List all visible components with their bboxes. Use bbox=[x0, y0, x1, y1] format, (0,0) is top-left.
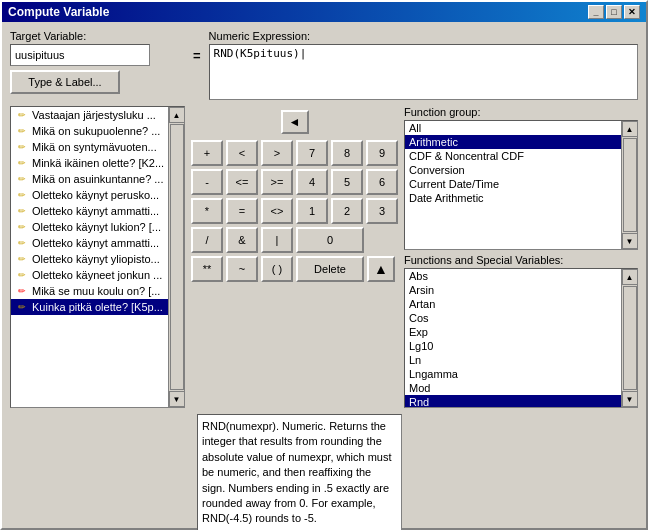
list-item[interactable]: ✏ Oletteko käynyt ammatti... bbox=[11, 203, 168, 219]
calc-1-button[interactable]: 1 bbox=[296, 198, 328, 224]
func-group-scrollbar[interactable]: ▲ ▼ bbox=[621, 121, 637, 249]
func-group-item-current-date[interactable]: Current Date/Time bbox=[405, 177, 621, 191]
variable-list-inner: ✏ Vastaajan järjestysluku ... ✏ Mikä on … bbox=[11, 107, 168, 407]
scroll-down-arrow[interactable]: ▼ bbox=[622, 391, 638, 407]
list-item[interactable]: ✏ Oletteko käynyt lukion? [... bbox=[11, 219, 168, 235]
calc-pipe-button[interactable]: | bbox=[261, 227, 293, 253]
pencil-icon: ✏ bbox=[15, 204, 29, 218]
func-item-mod[interactable]: Mod bbox=[405, 381, 621, 395]
func-group-item-cdf[interactable]: CDF & Noncentral CDF bbox=[405, 149, 621, 163]
list-item[interactable]: ✏ Mikä se muu koulu on? [... bbox=[11, 283, 168, 299]
func-item-abs[interactable]: Abs bbox=[405, 269, 621, 283]
func-item-cos[interactable]: Cos bbox=[405, 311, 621, 325]
pencil-icon: ✏ bbox=[15, 300, 29, 314]
scroll-thumb[interactable] bbox=[623, 286, 637, 390]
calc-parens-button[interactable]: ( ) bbox=[261, 256, 293, 282]
function-group-list-inner: All Arithmetic CDF & Noncentral CDF Conv… bbox=[405, 121, 621, 249]
calc-4-button[interactable]: 4 bbox=[296, 169, 328, 195]
func-group-item-all[interactable]: All bbox=[405, 121, 621, 135]
top-area: Target Variable: Type & Label... = Numer… bbox=[10, 30, 638, 100]
pencil-icon: ✏ bbox=[15, 108, 29, 122]
calc-lte-button[interactable]: <= bbox=[226, 169, 258, 195]
calc-multiply-button[interactable]: * bbox=[191, 198, 223, 224]
minimize-button[interactable]: _ bbox=[588, 5, 604, 19]
func-item-ln[interactable]: Ln bbox=[405, 353, 621, 367]
scroll-thumb[interactable] bbox=[623, 138, 637, 232]
calc-lt-button[interactable]: < bbox=[226, 140, 258, 166]
calc-power-button[interactable]: ** bbox=[191, 256, 223, 282]
func-group-item-conversion[interactable]: Conversion bbox=[405, 163, 621, 177]
scroll-up-arrow[interactable]: ▲ bbox=[169, 107, 185, 123]
calc-neq-button[interactable]: <> bbox=[261, 198, 293, 224]
func-item-lngamma[interactable]: Lngamma bbox=[405, 367, 621, 381]
scroll-up-arrow[interactable]: ▲ bbox=[622, 121, 638, 137]
numeric-expression-section: Numeric Expression: RND(K5pituus)| bbox=[209, 30, 638, 100]
func-item-arsin[interactable]: Arsin bbox=[405, 283, 621, 297]
list-item[interactable]: ✏ Kuinka pitkä olette? [K5p... bbox=[11, 299, 168, 315]
calc-tilde-button[interactable]: ~ bbox=[226, 256, 258, 282]
list-item[interactable]: ✏ Mikä on asuinkuntanne? ... bbox=[11, 171, 168, 187]
list-item[interactable]: ✏ Mikä on sukupuolenne? ... bbox=[11, 123, 168, 139]
calc-7-button[interactable]: 7 bbox=[296, 140, 328, 166]
target-variable-section: Target Variable: Type & Label... bbox=[10, 30, 185, 94]
scroll-up-arrow[interactable]: ▲ bbox=[622, 269, 638, 285]
list-item[interactable]: ✏ Oletteko käynyt perusko... bbox=[11, 187, 168, 203]
calc-plus-button[interactable]: + bbox=[191, 140, 223, 166]
calc-0-button[interactable]: 0 bbox=[296, 227, 364, 253]
calc-delete-button[interactable]: Delete bbox=[296, 256, 364, 282]
pencil-icon: ✏ bbox=[15, 252, 29, 266]
maximize-button[interactable]: □ bbox=[606, 5, 622, 19]
func-group-item-arithmetic[interactable]: Arithmetic bbox=[405, 135, 621, 149]
calc-up-arrow-button[interactable]: ▲ bbox=[367, 256, 395, 282]
type-label-button[interactable]: Type & Label... bbox=[10, 70, 120, 94]
list-item[interactable]: ✏ Oletteko käyneet jonkun ... bbox=[11, 267, 168, 283]
calc-divide-button[interactable]: / bbox=[191, 227, 223, 253]
functions-special-listbox: Abs Arsin Artan Cos Exp Lg10 Ln Lngamma … bbox=[404, 268, 638, 408]
calc-eq-button[interactable]: = bbox=[226, 198, 258, 224]
description-area: RND(numexpr). Numeric. Returns the integ… bbox=[197, 414, 402, 530]
calc-9-button[interactable]: 9 bbox=[366, 140, 398, 166]
list-item[interactable]: ✏ Mikä on syntymävuoten... bbox=[11, 139, 168, 155]
calc-8-button[interactable]: 8 bbox=[331, 140, 363, 166]
dialog-content: Target Variable: Type & Label... = Numer… bbox=[2, 22, 646, 530]
calc-row-3: * = <> 1 2 3 bbox=[191, 198, 398, 224]
calc-2-button[interactable]: 2 bbox=[331, 198, 363, 224]
functions-special-list-inner: Abs Arsin Artan Cos Exp Lg10 Ln Lngamma … bbox=[405, 269, 621, 407]
calc-row-5: ** ~ ( ) Delete ▲ bbox=[191, 256, 398, 282]
calc-amp-button[interactable]: & bbox=[226, 227, 258, 253]
scroll-down-arrow[interactable]: ▼ bbox=[622, 233, 638, 249]
list-item[interactable]: ✏ Minkä ikäinen olette? [K2... bbox=[11, 155, 168, 171]
func-item-exp[interactable]: Exp bbox=[405, 325, 621, 339]
calc-6-button[interactable]: 6 bbox=[366, 169, 398, 195]
func-group-item-date-arithmetic[interactable]: Date Arithmetic bbox=[405, 191, 621, 205]
calc-row-1: + < > 7 8 9 bbox=[191, 140, 398, 166]
variable-list-scrollbar[interactable]: ▲ ▼ bbox=[168, 107, 184, 407]
function-group-listbox: All Arithmetic CDF & Noncentral CDF Conv… bbox=[404, 120, 638, 250]
func-item-artan[interactable]: Artan bbox=[405, 297, 621, 311]
pencil-red-icon: ✏ bbox=[15, 284, 29, 298]
pencil-icon: ✏ bbox=[15, 172, 29, 186]
variable-list-panel: ✏ Vastaajan järjestysluku ... ✏ Mikä on … bbox=[10, 106, 185, 408]
scroll-thumb[interactable] bbox=[170, 124, 184, 390]
numeric-expression-input[interactable]: RND(K5pituus)| bbox=[209, 44, 638, 100]
calc-minus-button[interactable]: - bbox=[191, 169, 223, 195]
function-group-label: Function group: bbox=[404, 106, 638, 118]
calc-3-button[interactable]: 3 bbox=[366, 198, 398, 224]
compute-variable-dialog: Compute Variable _ □ ✕ Target Variable: … bbox=[0, 0, 648, 530]
list-item[interactable]: ✏ Oletteko käynyt yliopisto... bbox=[11, 251, 168, 267]
pencil-icon: ✏ bbox=[15, 220, 29, 234]
calc-row-2: - <= >= 4 5 6 bbox=[191, 169, 398, 195]
scroll-down-arrow[interactable]: ▼ bbox=[169, 391, 185, 407]
func-item-lg10[interactable]: Lg10 bbox=[405, 339, 621, 353]
target-variable-input[interactable] bbox=[10, 44, 150, 66]
close-button[interactable]: ✕ bbox=[624, 5, 640, 19]
calc-5-button[interactable]: 5 bbox=[331, 169, 363, 195]
calc-gte-button[interactable]: >= bbox=[261, 169, 293, 195]
list-item[interactable]: ✏ Oletteko käynyt ammatti... bbox=[11, 235, 168, 251]
func-special-scrollbar[interactable]: ▲ ▼ bbox=[621, 269, 637, 407]
func-item-rnd[interactable]: Rnd bbox=[405, 395, 621, 407]
calc-gt-button[interactable]: > bbox=[261, 140, 293, 166]
list-item[interactable]: ✏ Vastaajan järjestysluku ... bbox=[11, 107, 168, 123]
calculator-panel: + < > 7 8 9 - <= >= 4 5 6 bbox=[191, 140, 398, 282]
transfer-arrow-button[interactable]: ◄ bbox=[281, 110, 309, 134]
